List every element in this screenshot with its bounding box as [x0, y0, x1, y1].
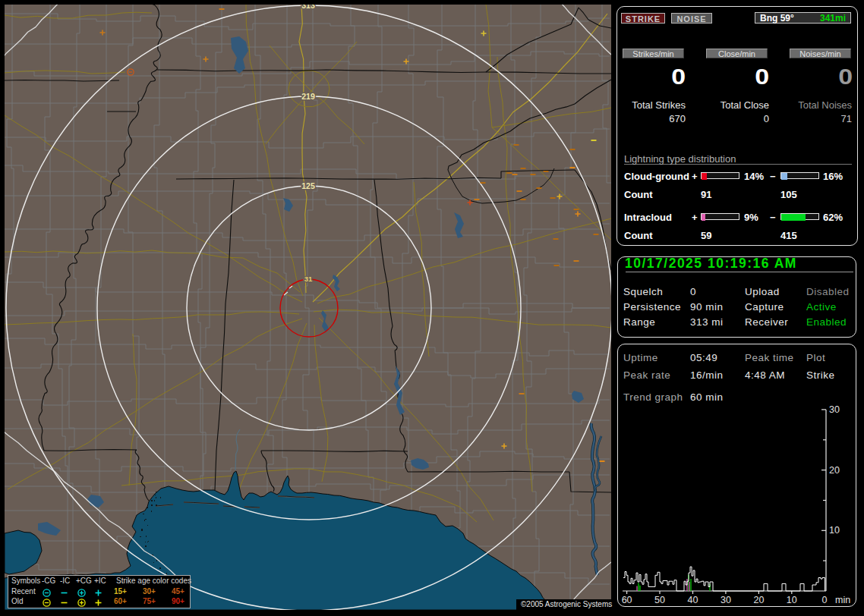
- svg-text:30: 30: [829, 404, 840, 415]
- svg-text:30: 30: [721, 595, 731, 605]
- svg-text:60: 60: [622, 595, 632, 605]
- svg-text:313: 313: [301, 5, 315, 10]
- svg-text:31: 31: [304, 275, 313, 283]
- svg-text:50: 50: [654, 595, 665, 605]
- svg-text:20: 20: [829, 465, 840, 476]
- svg-text:125: 125: [301, 181, 315, 190]
- svg-text:min: min: [835, 595, 850, 605]
- svg-text:10: 10: [829, 525, 840, 536]
- svg-text:40: 40: [688, 595, 698, 605]
- svg-text:20: 20: [753, 595, 764, 605]
- svg-text:0: 0: [822, 595, 828, 605]
- svg-text:10: 10: [787, 595, 797, 605]
- svg-text:219: 219: [301, 92, 315, 101]
